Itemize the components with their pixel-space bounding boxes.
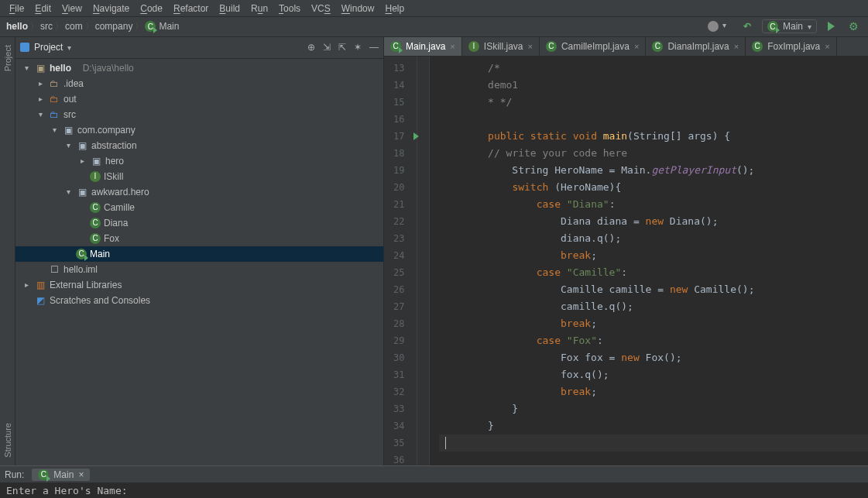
tree-twisty[interactable]: ▾ <box>22 64 31 72</box>
code-line[interactable]: case "Diana": <box>439 196 868 213</box>
code-line[interactable]: } <box>439 417 868 434</box>
code-line[interactable]: /* <box>439 60 868 77</box>
editor-tab[interactable]: IISkill.java× <box>462 37 540 57</box>
gutter-line[interactable]: 31 <box>393 366 404 383</box>
code-line[interactable]: diana.q(); <box>439 230 868 247</box>
gutter-line[interactable]: 13 <box>393 60 404 77</box>
tree-node[interactable]: ▾▣awkward.hero <box>15 184 383 200</box>
code-line[interactable] <box>439 111 868 128</box>
code-editor[interactable]: /* demo1 * */ public static void main(St… <box>430 57 868 465</box>
fold-strip[interactable] <box>417 57 430 465</box>
menu-run[interactable]: Run <box>246 2 273 15</box>
menu-view[interactable]: View <box>57 2 87 15</box>
tree-node[interactable]: ▸🗀out <box>15 91 383 107</box>
hide-icon[interactable]: — <box>369 42 379 53</box>
run-console[interactable]: Enter a Hero's Name: <box>0 483 868 498</box>
code-line[interactable]: switch (HeroName){ <box>439 179 868 196</box>
tree-node[interactable]: CCamille <box>15 200 383 215</box>
code-line[interactable]: Fox fox = new Fox(); <box>439 349 868 366</box>
code-line[interactable]: public static void main(String[] args) { <box>439 128 868 145</box>
gutter-line[interactable]: 19 <box>393 162 404 179</box>
editor-tab[interactable]: CFoxImpl.java× <box>746 37 836 57</box>
close-icon[interactable]: × <box>634 42 639 51</box>
code-line[interactable]: case "Camille": <box>439 264 868 281</box>
code-line[interactable]: String HeroName = Main.getPlayerInput(); <box>439 162 868 179</box>
gutter-line[interactable]: 29 <box>393 332 404 349</box>
code-line[interactable]: fox.q(); <box>439 366 868 383</box>
gutter-line[interactable]: 22 <box>393 213 404 230</box>
close-icon[interactable]: × <box>78 469 84 480</box>
editor-tab[interactable]: CDianaImpl.java× <box>646 37 746 57</box>
tree-node[interactable]: ▾▣abstraction <box>15 138 383 153</box>
gutter-line[interactable]: 17 <box>393 128 404 145</box>
code-line[interactable]: * */ <box>439 94 868 111</box>
gutter-line[interactable]: 32 <box>393 383 404 400</box>
run-tab[interactable]: C Main × <box>32 469 90 481</box>
gutter-line[interactable]: 33 <box>393 400 404 417</box>
gutter-line[interactable]: 24 <box>393 247 404 264</box>
run-button[interactable] <box>825 20 838 33</box>
gutter-line[interactable]: 30 <box>393 349 404 366</box>
gutter-line[interactable]: 14 <box>393 77 404 94</box>
menu-edit[interactable]: Edit <box>30 2 56 15</box>
code-line[interactable] <box>439 434 868 452</box>
code-line[interactable]: camille.q(); <box>439 298 868 315</box>
close-icon[interactable]: × <box>450 42 455 51</box>
gutter-line[interactable]: 15 <box>393 94 404 111</box>
breadcrumb-item[interactable]: CMain <box>140 19 187 33</box>
gutter-line[interactable]: 20 <box>393 179 404 196</box>
tool-structure-label[interactable]: Structure <box>2 415 14 465</box>
breadcrumb-item[interactable]: src <box>36 19 60 33</box>
code-line[interactable]: Camille camille = new Camille(); <box>439 281 868 298</box>
tree-node[interactable]: CDiana <box>15 215 383 231</box>
tree-twisty[interactable]: ▾ <box>63 187 73 196</box>
user-icon[interactable] <box>705 19 732 33</box>
undo-icon[interactable]: ↶ <box>740 19 754 33</box>
gutter-line[interactable]: 36 <box>393 452 404 469</box>
collapse-all-icon[interactable]: ⇱ <box>338 42 346 53</box>
tree-twisty[interactable]: ▾ <box>63 141 73 149</box>
gutter-line[interactable]: 25 <box>393 264 404 281</box>
tree-twisty[interactable]: ▸ <box>77 156 87 165</box>
code-line[interactable]: break; <box>439 315 868 332</box>
tree-node[interactable]: ▾▣hello D:\java\hello <box>15 60 383 76</box>
gutter-line[interactable]: 28 <box>393 315 404 332</box>
tree-twisty[interactable]: ▸ <box>36 79 45 88</box>
code-line[interactable]: Diana diana = new Diana(); <box>439 213 868 230</box>
menu-help[interactable]: Help <box>380 2 409 15</box>
menu-vcs[interactable]: VCS <box>307 2 335 15</box>
tree-node[interactable]: ☐hello.iml <box>15 262 383 277</box>
tree-node[interactable]: ▾🗀src <box>15 107 383 122</box>
code-line[interactable]: break; <box>439 247 868 264</box>
gutter-line[interactable]: 27 <box>393 298 404 315</box>
code-line[interactable]: } <box>439 400 868 417</box>
menu-refactor[interactable]: Refactor <box>169 2 213 15</box>
expand-all-icon[interactable]: ⇲ <box>323 42 331 53</box>
gutter-line[interactable]: 21 <box>393 196 404 213</box>
tree-node[interactable]: ▾▣com.company <box>15 122 383 138</box>
code-line[interactable]: // write your code here <box>439 145 868 162</box>
code-line[interactable]: break; <box>439 383 868 400</box>
settings-icon[interactable]: ✶ <box>354 42 362 53</box>
project-tree[interactable]: ▾▣hello D:\java\hello▸🗀.idea▸🗀out▾🗀src▾▣… <box>15 59 383 465</box>
gutter-line[interactable]: 35 <box>393 434 404 452</box>
gutter-line[interactable]: 18 <box>393 145 404 162</box>
close-icon[interactable]: × <box>527 42 532 51</box>
menu-tools[interactable]: Tools <box>274 2 305 15</box>
breadcrumb-item[interactable]: hello <box>2 19 36 33</box>
run-config-selector[interactable]: C Main ▾ <box>762 19 817 33</box>
breadcrumb-item[interactable]: company <box>91 19 141 33</box>
gutter-line[interactable]: 26 <box>393 281 404 298</box>
debug-button[interactable]: ⚙ <box>846 19 862 34</box>
code-line[interactable]: demo1 <box>439 77 868 94</box>
gutter-line[interactable]: 16 <box>393 111 404 128</box>
tree-node[interactable]: CMain <box>15 246 383 262</box>
tree-node[interactable]: ▸▥External Libraries <box>15 277 383 293</box>
menu-code[interactable]: Code <box>136 2 167 15</box>
tree-node[interactable]: ▸▣hero <box>15 153 383 169</box>
editor-tab[interactable]: CCamilleImpl.java× <box>540 37 646 57</box>
gutter-line[interactable]: 34 <box>393 417 404 434</box>
menu-navigate[interactable]: Navigate <box>88 2 134 15</box>
code-line[interactable]: case "Fox": <box>439 332 868 349</box>
tool-project-label[interactable]: Project <box>2 37 14 79</box>
